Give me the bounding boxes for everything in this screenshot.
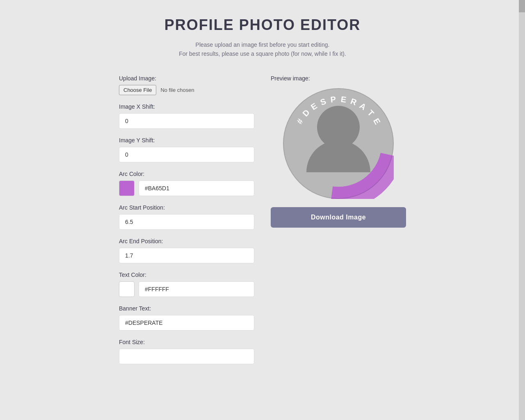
preview-circle-container xyxy=(271,88,406,199)
upload-group: Upload Image: Choose File No file chosen xyxy=(119,75,254,95)
text-color-swatch[interactable] xyxy=(119,281,135,297)
arc-color-group: Arc Color: xyxy=(119,171,254,196)
preview-label: Preview image: xyxy=(271,75,406,82)
image-y-shift-input[interactable] xyxy=(119,147,254,162)
text-color-group: Text Color: xyxy=(119,272,254,297)
image-y-shift-label: Image Y Shift: xyxy=(119,137,254,144)
banner-text-label: Banner Text: xyxy=(119,305,254,312)
arc-color-row xyxy=(119,180,254,196)
text-color-row xyxy=(119,281,254,297)
image-x-shift-group: Image X Shift: xyxy=(119,103,254,129)
arc-end-input[interactable] xyxy=(119,248,254,263)
main-container: PROFILE PHOTO EDITOR Please upload an im… xyxy=(111,0,414,397)
image-x-shift-input[interactable] xyxy=(119,113,254,129)
arc-start-label: Arc Start Position: xyxy=(119,204,254,211)
choose-file-button[interactable]: Choose File xyxy=(119,85,156,95)
upload-label: Upload Image: xyxy=(119,75,254,82)
arc-end-group: Arc End Position: xyxy=(119,238,254,263)
arc-color-label: Arc Color: xyxy=(119,171,254,177)
left-panel: Upload Image: Choose File No file chosen… xyxy=(119,75,254,372)
scrollbar-thumb[interactable] xyxy=(519,0,525,12)
right-panel: Preview image: Download Image xyxy=(271,75,406,228)
arc-end-label: Arc End Position: xyxy=(119,238,254,244)
no-file-label: No file chosen xyxy=(160,87,194,93)
banner-text-input[interactable] xyxy=(119,315,254,331)
scrollbar[interactable] xyxy=(519,0,525,420)
font-size-input[interactable] xyxy=(119,349,254,364)
subtitle: Please upload an image first before you … xyxy=(119,40,406,59)
arc-start-input[interactable] xyxy=(119,214,254,230)
arc-start-group: Arc Start Position: xyxy=(119,204,254,230)
banner-text-group: Banner Text: xyxy=(119,305,254,331)
text-color-input[interactable] xyxy=(139,281,254,297)
arc-color-swatch[interactable] xyxy=(119,180,135,196)
subtitle-line2: For best results, please use a square ph… xyxy=(179,50,346,57)
arc-color-input[interactable] xyxy=(139,180,254,196)
font-size-label: Font Size: xyxy=(119,339,254,345)
font-size-group: Font Size: xyxy=(119,339,254,364)
preview-canvas xyxy=(283,88,394,199)
image-x-shift-label: Image X Shift: xyxy=(119,103,254,110)
subtitle-line1: Please upload an image first before you … xyxy=(196,41,330,48)
text-color-label: Text Color: xyxy=(119,272,254,278)
page-title: PROFILE PHOTO EDITOR xyxy=(119,16,406,34)
content-area: Upload Image: Choose File No file chosen… xyxy=(119,75,406,372)
download-button[interactable]: Download Image xyxy=(271,207,406,228)
image-y-shift-group: Image Y Shift: xyxy=(119,137,254,162)
file-input-container: Choose File No file chosen xyxy=(119,85,254,95)
